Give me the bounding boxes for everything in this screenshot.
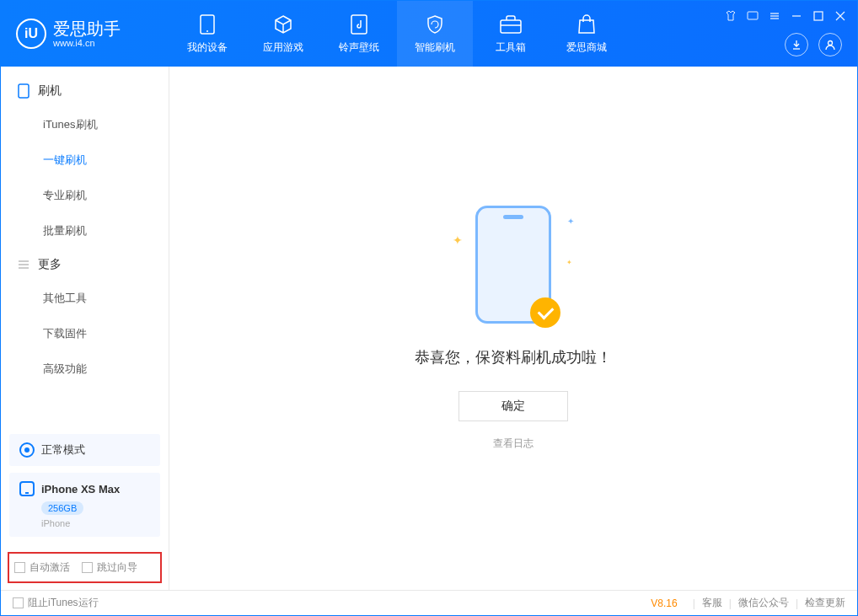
sidebar-item-download-firmware[interactable]: 下载固件 [1,316,169,351]
footer-link-wechat[interactable]: 微信公众号 [738,596,789,610]
svg-point-15 [829,41,833,46]
nav-ringtones-wallpapers[interactable]: 铃声壁纸 [321,1,397,67]
minimize-button[interactable] [790,9,803,23]
toolbox-icon [500,13,522,35]
checkbox-skip-guide[interactable]: 跳过向导 [82,560,137,575]
sidebar-section-flash: 刷机 [1,75,169,107]
phone-icon [18,83,29,99]
success-phone-graphic: ✦ ✦ ✦ [475,206,551,324]
sidebar-item-advanced[interactable]: 高级功能 [1,351,169,387]
view-log-link[interactable]: 查看日志 [493,437,534,451]
device-mode-card[interactable]: 正常模式 [9,434,160,466]
svg-text:iU: iU [24,26,38,40]
app-header: iU 爱思助手 www.i4.cn 我的设备 应用游戏 铃声壁纸 智能刷机 工具… [1,1,857,67]
nav-smart-flash[interactable]: 智能刷机 [397,1,473,67]
sidebar-item-batch-flash[interactable]: 批量刷机 [1,213,169,249]
maximize-button[interactable] [812,9,825,23]
version-label: V8.16 [651,597,677,609]
flash-options-highlight: 自动激活 跳过向导 [8,552,162,583]
footer-link-support[interactable]: 客服 [702,596,722,610]
list-icon [18,259,29,271]
user-button[interactable] [818,33,842,56]
close-button[interactable] [834,9,847,23]
window-controls [724,9,847,23]
app-logo-icon: iU [16,19,46,49]
checkbox-icon [13,597,24,608]
sidebar-item-pro-flash[interactable]: 专业刷机 [1,178,169,213]
app-footer: 阻止iTunes运行 V8.16 | 客服 | 微信公众号 | 检查更新 [1,590,857,615]
app-subtitle: www.i4.cn [53,38,121,48]
nav-store[interactable]: 爱思商城 [549,1,625,67]
svg-point-2 [206,30,208,32]
checkbox-auto-activate[interactable]: 自动激活 [14,560,70,575]
app-title: 爱思助手 [53,19,121,38]
status-dot-icon [19,442,35,458]
nav-apps-games[interactable]: 应用游戏 [245,1,321,67]
success-message: 恭喜您，保资料刷机成功啦！ [415,347,612,367]
checkbox-block-itunes[interactable]: 阻止iTunes运行 [13,596,99,610]
nav-toolbox[interactable]: 工具箱 [473,1,549,67]
checkmark-badge-icon [530,297,560,328]
svg-rect-16 [19,84,29,98]
feedback-icon[interactable] [746,9,759,23]
sparkle-icon: ✦ [566,259,572,266]
tshirt-icon[interactable] [724,9,737,23]
device-name: iPhone XS Max [41,483,120,495]
device-mode-label: 正常模式 [41,442,85,458]
sidebar: 刷机 iTunes刷机 一键刷机 专业刷机 批量刷机 更多 其他工具 下载固件 … [1,67,169,590]
main-nav: 我的设备 应用游戏 铃声壁纸 智能刷机 工具箱 爱思商城 [169,1,625,67]
device-type: iPhone [41,518,150,528]
checkbox-icon [14,562,25,573]
device-icon [196,13,218,35]
nav-my-device[interactable]: 我的设备 [169,1,245,67]
sparkle-icon: ✦ [453,233,463,247]
bag-icon [576,13,598,35]
footer-link-update[interactable]: 检查更新 [805,596,845,610]
device-storage-badge: 256GB [41,501,83,515]
sidebar-item-oneclick-flash[interactable]: 一键刷机 [1,142,169,178]
sidebar-section-more: 更多 [1,249,169,281]
confirm-button[interactable]: 确定 [458,391,568,421]
sidebar-item-itunes-flash[interactable]: iTunes刷机 [1,107,169,142]
main-content: ✦ ✦ ✦ 恭喜您，保资料刷机成功啦！ 确定 查看日志 [169,67,857,590]
device-card[interactable]: iPhone XS Max 256GB iPhone [9,473,160,537]
logo-area: iU 爱思助手 www.i4.cn [1,19,169,49]
header-actions [785,33,842,56]
device-icon [19,481,35,496]
svg-rect-4 [501,20,521,33]
app-body: 刷机 iTunes刷机 一键刷机 专业刷机 批量刷机 更多 其他工具 下载固件 … [1,67,857,590]
svg-rect-11 [814,12,823,20]
svg-rect-6 [748,12,758,19]
sidebar-item-other-tools[interactable]: 其他工具 [1,281,169,316]
music-file-icon [348,13,370,35]
checkbox-icon [82,562,93,573]
shield-refresh-icon [424,13,446,35]
download-button[interactable] [785,33,808,56]
menu-icon[interactable] [768,9,781,23]
cube-icon [272,13,294,35]
sparkle-icon: ✦ [567,217,574,226]
